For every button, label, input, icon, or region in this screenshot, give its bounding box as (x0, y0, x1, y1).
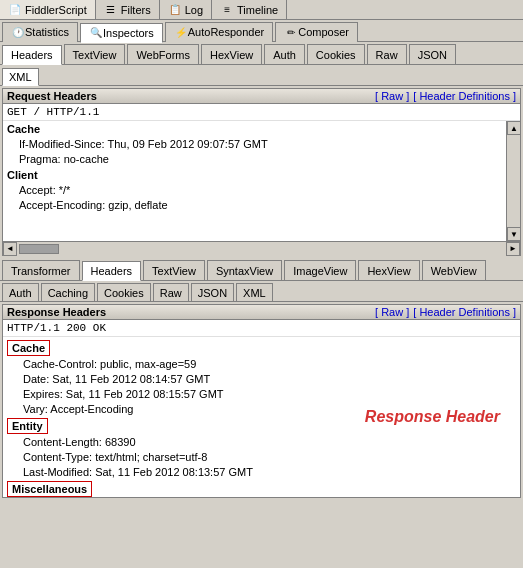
req-cache-label: Cache (3, 122, 44, 136)
timeline-btn[interactable]: ≡ Timeline (212, 0, 287, 19)
req-cache-line-1: If-Modified-Since: Thu, 09 Feb 2012 09:0… (3, 137, 506, 152)
timeline-icon: ≡ (220, 3, 234, 17)
resp-subtab-auth[interactable]: Auth (2, 283, 39, 301)
request-subtab-bar: XML (0, 65, 523, 86)
resp-cache-line-2: Date: Sat, 11 Feb 2012 08:14:57 GMT (7, 372, 516, 387)
req-tab-cookies[interactable]: Cookies (307, 44, 365, 64)
response-panel-header: Response Headers [ Raw ] [ Header Defini… (3, 305, 520, 320)
req-tab-raw[interactable]: Raw (367, 44, 407, 64)
vscroll-up-btn[interactable]: ▲ (507, 121, 520, 135)
response-line: HTTP/1.1 200 OK (3, 320, 520, 337)
resp-subtab-caching[interactable]: Caching (41, 283, 95, 301)
resp-entity-line-1: Content-Length: 68390 (7, 435, 516, 450)
resp-tab-headers[interactable]: Headers (82, 261, 142, 281)
resp-tab-hexview[interactable]: HexView (358, 260, 419, 280)
tab-inspectors[interactable]: 🔍 Inspectors (80, 23, 163, 43)
statistics-label: Statistics (25, 26, 69, 38)
resp-entity-section: Entity Content-Length: 68390 Content-Typ… (7, 417, 516, 480)
hscroll-left-btn[interactable]: ◄ (3, 242, 17, 256)
req-subtab-xml[interactable]: XML (2, 68, 39, 86)
request-header-def-link[interactable]: [ Header Definitions ] (413, 90, 516, 102)
resp-entity-label: Entity (7, 418, 48, 434)
resp-cache-section: Cache Cache-Control: public, max-age=59 … (7, 339, 516, 417)
request-vscrollbar[interactable]: ▲ ▼ (506, 121, 520, 241)
menu-bar: 📄 FiddlerScript ☰ Filters 📋 Log ≡ Timeli… (0, 0, 523, 20)
resp-cache-line-3: Expires: Sat, 11 Feb 2012 08:15:57 GMT (7, 387, 516, 402)
resp-tab-webview[interactable]: WebView (422, 260, 486, 280)
response-headers-panel: Response Headers [ Raw ] [ Header Defini… (2, 304, 521, 498)
inspectors-label: Inspectors (103, 27, 154, 39)
req-client-label: Client (3, 168, 42, 182)
resp-tab-textview[interactable]: TextView (143, 260, 205, 280)
tab-statistics[interactable]: 🕐 Statistics (2, 22, 78, 42)
filters-label: Filters (121, 4, 151, 16)
resp-subtab-raw[interactable]: Raw (153, 283, 189, 301)
req-tab-json[interactable]: JSON (409, 44, 456, 64)
response-subtab-bar: Auth Caching Cookies Raw JSON XML (0, 281, 523, 302)
req-cache-line-2: Pragma: no-cache (3, 152, 506, 167)
composer-icon: ✏ (284, 25, 298, 39)
vscroll-track[interactable] (507, 135, 520, 227)
request-panel-links: [ Raw ] [ Header Definitions ] (368, 90, 516, 102)
resp-entity-line-3: Last-Modified: Sat, 11 Feb 2012 08:13:57… (7, 465, 516, 480)
statistics-icon: 🕐 (11, 25, 25, 39)
response-header-def-link[interactable]: [ Header Definitions ] (413, 306, 516, 318)
fiddlerscript-label: FiddlerScript (25, 4, 87, 16)
request-content-wrapper: Cache If-Modified-Since: Thu, 09 Feb 201… (3, 121, 520, 241)
autoresponder-label: AutoResponder (188, 26, 264, 38)
response-tab-bar: Transformer Headers TextView SyntaxView … (0, 258, 523, 281)
resp-subtab-cookies[interactable]: Cookies (97, 283, 151, 301)
response-content-scroll: Cache Cache-Control: public, max-age=59 … (3, 337, 520, 497)
resp-subtab-xml[interactable]: XML (236, 283, 273, 301)
request-sections: Cache If-Modified-Since: Thu, 09 Feb 201… (3, 121, 506, 213)
resp-tab-syntaxview[interactable]: SyntaxView (207, 260, 282, 280)
req-tab-textview[interactable]: TextView (64, 44, 126, 64)
req-tab-auth[interactable]: Auth (264, 44, 305, 64)
request-raw-link[interactable]: [ Raw ] (375, 90, 409, 102)
resp-misc-label: Miscellaneous (7, 481, 92, 497)
request-hscrollbar[interactable]: ◄ ► (3, 241, 520, 255)
req-tab-webforms[interactable]: WebForms (127, 44, 199, 64)
resp-tab-imageview[interactable]: ImageView (284, 260, 356, 280)
req-client-line-2: Accept-Encoding: gzip, deflate (3, 198, 506, 213)
filters-btn[interactable]: ☰ Filters (96, 0, 160, 19)
response-content-wrapper: Cache Cache-Control: public, max-age=59 … (3, 337, 520, 497)
timeline-label: Timeline (237, 4, 278, 16)
log-icon: 📋 (168, 3, 182, 17)
filters-icon: ☰ (104, 3, 118, 17)
req-tab-headers[interactable]: Headers (2, 45, 62, 65)
log-label: Log (185, 4, 203, 16)
response-panel-links: [ Raw ] [ Header Definitions ] (375, 306, 516, 318)
request-content-scroll: Cache If-Modified-Since: Thu, 09 Feb 201… (3, 121, 506, 241)
main-tab-bar: 🕐 Statistics 🔍 Inspectors ⚡ AutoResponde… (0, 20, 523, 42)
composer-label: Composer (298, 26, 349, 38)
hscroll-track (17, 242, 506, 256)
request-headers-panel: Request Headers [ Raw ] [ Header Definit… (2, 88, 521, 256)
resp-misc-section: Miscellaneous Server: Microsoft-IIS/7.5 … (7, 480, 516, 497)
req-tab-hexview[interactable]: HexView (201, 44, 262, 64)
hscroll-thumb[interactable] (19, 244, 59, 254)
tab-composer[interactable]: ✏ Composer (275, 22, 358, 42)
resp-entity-line-2: Content-Type: text/html; charset=utf-8 (7, 450, 516, 465)
request-panel-title: Request Headers (7, 90, 97, 102)
response-panel-title: Response Headers (7, 306, 106, 318)
resp-cache-label: Cache (7, 340, 50, 356)
tab-autoresponder[interactable]: ⚡ AutoResponder (165, 22, 273, 42)
autoresponder-icon: ⚡ (174, 25, 188, 39)
inspectors-icon: 🔍 (89, 26, 103, 40)
resp-cache-line-1: Cache-Control: public, max-age=59 (7, 357, 516, 372)
fiddlerscript-icon: 📄 (8, 3, 22, 17)
vscroll-down-btn[interactable]: ▼ (507, 227, 520, 241)
request-line: GET / HTTP/1.1 (3, 104, 520, 121)
resp-subtab-json[interactable]: JSON (191, 283, 234, 301)
resp-tab-transformer[interactable]: Transformer (2, 260, 80, 280)
req-client-line-1: Accept: */* (3, 183, 506, 198)
resp-cache-line-4: Vary: Accept-Encoding (7, 402, 516, 417)
fiddlerscript-btn[interactable]: 📄 FiddlerScript (0, 0, 96, 19)
hscroll-right-btn[interactable]: ► (506, 242, 520, 256)
log-btn[interactable]: 📋 Log (160, 0, 212, 19)
req-client-section: Client Accept: */* Accept-Encoding: gzip… (3, 167, 506, 213)
request-tab-bar: Headers TextView WebForms HexView Auth C… (0, 42, 523, 65)
request-panel-header: Request Headers [ Raw ] [ Header Definit… (3, 89, 520, 104)
response-raw-link[interactable]: [ Raw ] (375, 306, 409, 318)
